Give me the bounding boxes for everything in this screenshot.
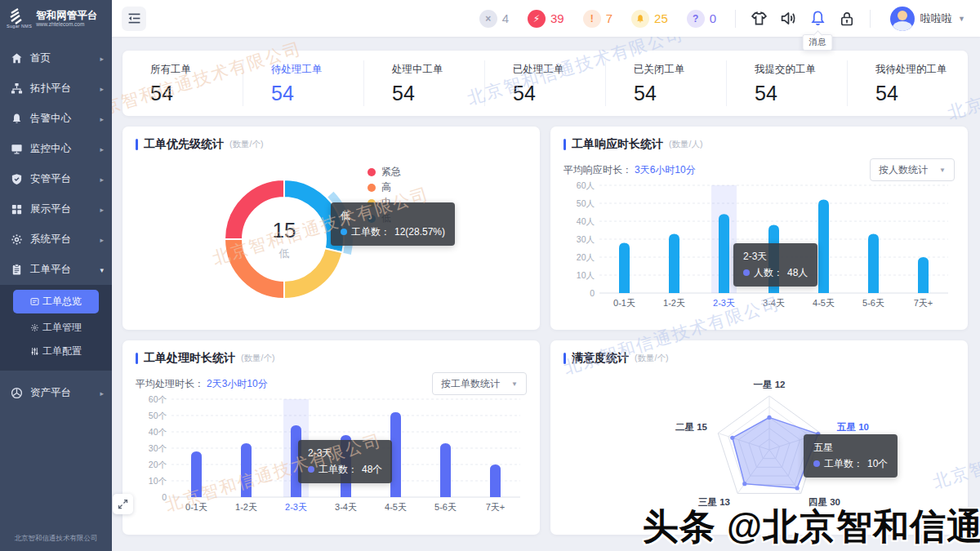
main-area: × 4 ⚡ 39 ! 7 25 ? 0 [112, 0, 980, 551]
close-icon: × [479, 10, 497, 28]
sidebar-item-label: 监控中心 [30, 142, 71, 156]
submenu-item-workorder-overview[interactable]: 工单总览 [13, 290, 99, 313]
stat-closed-workorders[interactable]: 已关闭工单 54 [606, 60, 727, 106]
workorder-stats-card: 所有工单 54 待处理工单 54 处理中工单 54 已处理工单 54 已关闭工单 [122, 51, 968, 116]
message-button[interactable]: 消息 [803, 4, 832, 33]
chevron-right-icon: ▸ [100, 389, 104, 398]
stat-processing-workorders[interactable]: 处理中工单 54 [364, 60, 485, 106]
sidebar-item-label: 展示平台 [30, 202, 71, 216]
stat-label: 待处理工单 [271, 63, 363, 77]
monitor-icon [11, 143, 23, 155]
sidebar-item-system[interactable]: 系统平台 ▸ [0, 224, 112, 255]
brand-title: 智和网管平台 [36, 10, 97, 21]
chevron-down-icon: ▼ [958, 15, 965, 23]
sidebar-item-topology[interactable]: 拓扑平台 ▸ [0, 73, 112, 104]
panel-unit: (数量/个) [635, 353, 668, 364]
svg-text:0: 0 [590, 288, 595, 298]
stat-my-pending-workorders[interactable]: 我待处理的工单 54 [848, 60, 968, 106]
process-bar-chart[interactable]: 010个20个30个40个50个60个0-1天1-2天2-3天3-4天4-5天5… [136, 393, 527, 515]
submenu-item-workorder-config[interactable]: 工单配置 [0, 340, 112, 363]
alarm-badge-unknown[interactable]: ? 0 [687, 10, 716, 28]
user-name: 啦啦啦 [920, 11, 952, 26]
priority-donut-chart[interactable]: 15 低 [211, 166, 358, 313]
exclamation-icon: ! [583, 10, 601, 28]
stat-processed-workorders[interactable]: 已处理工单 54 [485, 60, 606, 106]
response-bar-chart[interactable]: 010人20人30人40人50人60人0-1天1-2天2-3天3-4天4-5天5… [564, 179, 955, 311]
alarm-bell-icon [11, 113, 23, 125]
sidebar: Sugar NMS 智和网管平台 www.zhtelecom.com 首页 ▸ … [0, 0, 112, 551]
sidebar-item-display[interactable]: 展示平台 ▸ [0, 194, 112, 224]
sidebar-item-asset[interactable]: 资产平台 ▸ [0, 378, 112, 408]
chevron-right-icon: ▸ [100, 236, 104, 244]
stat-label: 已关闭工单 [634, 63, 726, 77]
sidebar-item-workorder[interactable]: 工单平台 ▾ [0, 255, 112, 285]
panel-title-row: 工单优先级统计 (数量/个) [136, 137, 527, 152]
panel-title: 满意度统计 [572, 351, 629, 366]
panel-title-row: 工单响应时长统计 (数量/人) [564, 137, 955, 152]
chevron-right-icon: ▸ [100, 85, 104, 93]
alarm-badge-minor[interactable]: 25 [631, 10, 668, 28]
donut-legend: 紧急 高 中 低 [368, 167, 401, 223]
svg-text:5-6天: 5-6天 [862, 298, 884, 308]
sidebar-collapse-button[interactable] [122, 7, 146, 31]
panel-subtitle-row: 平均响应时长： 3天6小时10分 按人数统计▼ [564, 158, 955, 181]
svg-text:四星 30: 四星 30 [808, 497, 840, 507]
panel-title-row: 满意度统计 (数量/个) [564, 351, 955, 366]
header-divider [735, 10, 736, 28]
stat-label: 我提交的工单 [755, 63, 847, 77]
satisfaction-radar-chart[interactable]: 一星 12五星 10四星 30三星 13二星 15 [564, 367, 955, 528]
stat-value: 54 [392, 83, 484, 104]
alarm-badge-major[interactable]: ! 7 [583, 10, 612, 28]
brand-logo[interactable]: Sugar NMS 智和网管平台 www.zhtelecom.com [0, 0, 112, 37]
submenu-item-label: 工单管理 [42, 321, 82, 335]
app-root: Sugar NMS 智和网管平台 www.zhtelecom.com 首页 ▸ … [0, 0, 980, 551]
manage-gear-icon [30, 323, 39, 332]
legend-item-urgent[interactable]: 紧急 [368, 167, 401, 176]
svg-text:二星 15: 二星 15 [675, 422, 708, 432]
svg-text:3-4天: 3-4天 [763, 298, 785, 308]
chevron-right-icon: ▸ [100, 206, 104, 214]
panel-satisfaction: 满意度统计 (数量/个) 一星 12五星 10四星 30三星 13二星 15 五… [550, 340, 968, 535]
asset-icon [11, 387, 23, 399]
legend-item-medium[interactable]: 中 [368, 198, 401, 207]
submenu-item-label: 工单配置 [42, 344, 82, 358]
sidebar-item-security[interactable]: 安管平台 ▸ [0, 164, 112, 194]
process-stat-mode-dropdown[interactable]: 按工单数统计▼ [432, 372, 527, 395]
sidebar-item-label: 工单平台 [30, 263, 71, 277]
svg-text:0-1天: 0-1天 [613, 298, 635, 308]
stat-pending-workorders[interactable]: 待处理工单 54 [243, 60, 364, 106]
sidebar-item-label: 首页 [30, 51, 51, 65]
legend-item-high[interactable]: 高 [368, 183, 401, 192]
alarm-badge-critical[interactable]: ⚡ 39 [528, 10, 564, 28]
legend-item-low[interactable]: 低 [368, 214, 401, 223]
lock-screen-button[interactable] [832, 4, 862, 33]
sidebar-item-monitor-center[interactable]: 监控中心 ▸ [0, 134, 112, 164]
sidebar-section-workorder: 工单平台 ▾ 工单总览 工单管理 工单配置 [0, 255, 112, 371]
chevron-right-icon: ▸ [100, 176, 104, 184]
theme-skin-button[interactable] [744, 4, 773, 33]
title-accent-bar [564, 139, 566, 150]
response-stat-mode-dropdown[interactable]: 按人数统计▼ [870, 158, 955, 181]
user-menu[interactable]: 啦啦啦 ▼ [890, 7, 965, 31]
submenu-item-workorder-manage[interactable]: 工单管理 [0, 316, 112, 340]
stat-value: 54 [755, 83, 847, 104]
fullscreen-expand-button[interactable] [113, 494, 133, 514]
svg-text:2-3天: 2-3天 [285, 502, 307, 512]
svg-text:五星 10: 五星 10 [836, 422, 869, 432]
sound-button[interactable] [773, 4, 803, 33]
stat-my-submitted-workorders[interactable]: 我提交的工单 54 [727, 60, 848, 106]
dashboard-content: 所有工单 54 待处理工单 54 处理中工单 54 已处理工单 54 已关闭工单 [112, 37, 980, 551]
sidebar-item-alarm-center[interactable]: 告警中心 ▸ [0, 104, 112, 134]
alarm-badge-cleared[interactable]: × 4 [479, 10, 509, 28]
header-divider [870, 10, 871, 28]
sidebar-item-home[interactable]: 首页 ▸ [0, 43, 112, 73]
svg-text:30个: 30个 [149, 443, 167, 453]
svg-text:1-2天: 1-2天 [235, 502, 257, 512]
panel-priority: 工单优先级统计 (数量/个) 15 低 紧急 高 中 低 [122, 127, 540, 330]
svg-text:0-1天: 0-1天 [185, 502, 207, 512]
sidebar-footer-company: 北京智和信通技术有限公司 [0, 526, 112, 551]
svg-text:50个: 50个 [149, 411, 167, 420]
stat-label: 所有工单 [150, 63, 243, 77]
stat-all-workorders[interactable]: 所有工单 54 [122, 60, 243, 106]
avg-value: 2天3小时10分 [207, 377, 268, 391]
